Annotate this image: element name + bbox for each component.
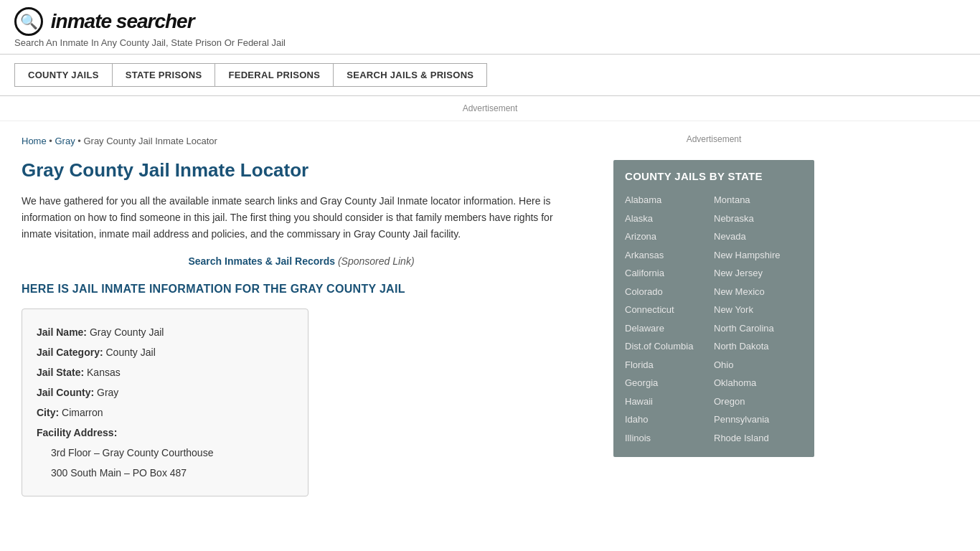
states-left-col: AlabamaAlaskaArizonaArkansasCaliforniaCo… [625, 191, 714, 447]
state-link[interactable]: Georgia [625, 374, 714, 392]
state-link[interactable]: Dist.of Columbia [625, 337, 714, 356]
ad-banner: Advertisement [0, 96, 980, 121]
nav-search-jails[interactable]: SEARCH JAILS & PRISONS [334, 63, 487, 87]
state-link[interactable]: Colorado [625, 283, 714, 301]
page-title: Gray County Jail Inmate Locator [22, 159, 581, 182]
state-link[interactable]: California [625, 264, 714, 283]
state-link[interactable]: New Hampshire [714, 246, 803, 265]
description: We have gathered for you all the availab… [22, 193, 581, 242]
sponsored-link[interactable]: Search Inmates & Jail Records [188, 255, 335, 267]
state-link[interactable]: Hawaii [625, 392, 714, 411]
address-line2: 300 South Main – PO Box 487 [37, 463, 293, 483]
state-link[interactable]: Delaware [625, 319, 714, 338]
state-link[interactable]: New Mexico [714, 283, 803, 301]
logo-area: 🔍 inmate searcher [14, 7, 966, 36]
address-line1: 3rd Floor – Gray County Courthouse [37, 443, 293, 463]
state-link[interactable]: Alabama [625, 191, 714, 209]
header: 🔍 inmate searcher Search An Inmate In An… [0, 0, 980, 55]
state-link[interactable]: North Dakota [714, 337, 803, 356]
state-link[interactable]: Pennsylvania [714, 410, 803, 429]
sponsored-link-area: Search Inmates & Jail Records (Sponsored… [22, 255, 581, 267]
state-link[interactable]: North Carolina [714, 319, 803, 338]
jail-category-value: County Jail [105, 347, 155, 358]
state-link[interactable]: Idaho [625, 410, 714, 429]
facility-address-label: Facility Address: [37, 427, 117, 438]
jail-county-row: Jail County: Gray [37, 382, 293, 402]
sponsored-note-text: (Sponsored Link) [338, 255, 415, 267]
state-list-title: COUNTY JAILS BY STATE [625, 170, 803, 182]
tagline: Search An Inmate In Any County Jail, Sta… [14, 37, 966, 48]
nav-bar: COUNTY JAILS STATE PRISONS FEDERAL PRISO… [0, 55, 980, 96]
state-link[interactable]: Arkansas [625, 246, 714, 265]
jail-name-label: Jail Name: [37, 326, 87, 338]
section-heading: HERE IS JAIL INMATE INFORMATION FOR THE … [22, 283, 581, 296]
info-box: Jail Name: Gray County Jail Jail Categor… [22, 309, 308, 496]
state-link[interactable]: Oklahoma [714, 374, 803, 392]
state-link[interactable]: Ohio [714, 356, 803, 375]
jail-county-value: Gray [97, 387, 118, 398]
jail-state-value: Kansas [87, 367, 121, 378]
sidebar-ad: Advertisement [613, 128, 814, 150]
states-right-col: MontanaNebraskaNevadaNew HampshireNew Je… [714, 191, 803, 447]
jail-state-row: Jail State: Kansas [37, 362, 293, 382]
state-link[interactable]: Florida [625, 356, 714, 375]
jail-county-label: Jail County: [37, 387, 94, 398]
jail-name-value: Gray County Jail [90, 326, 164, 338]
state-link[interactable]: Montana [714, 191, 803, 209]
breadcrumb-home[interactable]: Home [22, 136, 47, 146]
state-link[interactable]: Rhode Island [714, 429, 803, 448]
state-list-box: COUNTY JAILS BY STATE AlabamaAlaskaArizo… [613, 160, 814, 457]
state-link[interactable]: New Jersey [714, 264, 803, 283]
breadcrumb-current: Gray County Jail Inmate Locator [83, 136, 217, 146]
nav-state-prisons[interactable]: STATE PRISONS [113, 63, 216, 87]
city-label: City: [37, 407, 59, 418]
state-link[interactable]: Connecticut [625, 301, 714, 319]
city-row: City: Cimarron [37, 402, 293, 423]
state-link[interactable]: Nebraska [714, 209, 803, 228]
state-link[interactable]: Oregon [714, 392, 803, 411]
nav-federal-prisons[interactable]: FEDERAL PRISONS [215, 63, 334, 87]
sidebar: Advertisement COUNTY JAILS BY STATE Alab… [603, 121, 825, 511]
state-link[interactable]: Arizona [625, 227, 714, 246]
jail-category-label: Jail Category: [37, 347, 103, 358]
jail-state-label: Jail State: [37, 367, 84, 378]
breadcrumb: Home • Gray • Gray County Jail Inmate Lo… [22, 136, 581, 146]
content-wrapper: Home • Gray • Gray County Jail Inmate Lo… [0, 121, 980, 511]
facility-address-row: Facility Address: [37, 423, 293, 443]
nav-county-jails[interactable]: COUNTY JAILS [14, 63, 113, 87]
jail-category-row: Jail Category: County Jail [37, 342, 293, 362]
jail-name-row: Jail Name: Gray County Jail [37, 322, 293, 342]
main-content: Home • Gray • Gray County Jail Inmate Lo… [0, 121, 603, 511]
state-link[interactable]: New York [714, 301, 803, 319]
breadcrumb-gray[interactable]: Gray [55, 136, 75, 146]
state-columns: AlabamaAlaskaArizonaArkansasCaliforniaCo… [625, 191, 803, 447]
state-link[interactable]: Alaska [625, 209, 714, 228]
state-link[interactable]: Nevada [714, 227, 803, 246]
state-link[interactable]: Illinois [625, 429, 714, 448]
city-value: Cimarron [62, 407, 103, 418]
